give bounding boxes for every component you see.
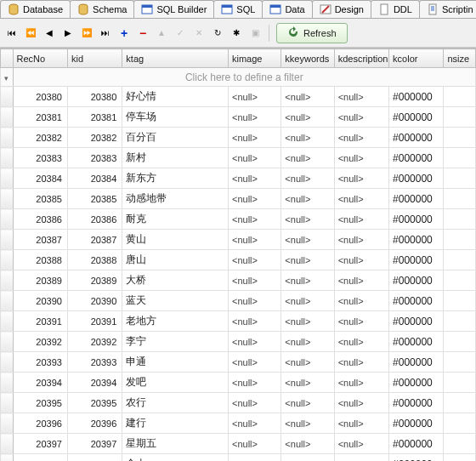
filter-placeholder[interactable]: Click here to define a filter: [13, 68, 475, 87]
cell-recno[interactable]: 20383: [13, 148, 67, 168]
cell-ktag[interactable]: 蓝天: [122, 291, 229, 311]
cell-ktag[interactable]: 百分百: [122, 128, 229, 148]
cell-ktag[interactable]: 新村: [122, 148, 229, 168]
refresh-button[interactable]: Refresh: [276, 23, 348, 43]
cell-ktag[interactable]: 唐山: [122, 250, 229, 270]
cell-kdescription[interactable]: <null>: [334, 332, 388, 352]
cell-kid[interactable]: 20387: [67, 230, 122, 250]
cell-kimage[interactable]: <null>: [229, 291, 281, 311]
table-row[interactable]: 2038920389大桥<null><null><null>#000000: [1, 270, 476, 291]
cell-nsize[interactable]: [444, 270, 476, 291]
cell-kcolor[interactable]: #000000: [389, 332, 444, 352]
cell-kkeywords[interactable]: <null>: [281, 434, 334, 454]
table-row[interactable]: 2039820398金山<null><null><null>#000000: [1, 454, 476, 462]
cell-kkeywords[interactable]: <null>: [281, 148, 334, 168]
cell-nsize[interactable]: [444, 168, 476, 189]
table-row[interactable]: 2039320393申通<null><null><null>#000000: [1, 352, 476, 373]
cell-kid[interactable]: 20390: [67, 291, 122, 311]
cell-recno[interactable]: 20391: [13, 311, 67, 332]
table-row[interactable]: 2038820388唐山<null><null><null>#000000: [1, 250, 476, 270]
cell-kid[interactable]: 20392: [67, 332, 122, 352]
tab-ddl[interactable]: DDL: [371, 0, 420, 18]
cell-kimage[interactable]: <null>: [229, 352, 281, 373]
cell-nsize[interactable]: [444, 291, 476, 311]
cell-kimage[interactable]: <null>: [229, 87, 281, 107]
cell-kdescription[interactable]: <null>: [334, 454, 388, 462]
cell-kimage[interactable]: <null>: [229, 332, 281, 352]
cell-kkeywords[interactable]: <null>: [281, 352, 334, 373]
cell-kid[interactable]: 20381: [67, 107, 122, 128]
cell-kid[interactable]: 20398: [67, 454, 122, 462]
cell-nsize[interactable]: [444, 209, 476, 230]
cell-nsize[interactable]: [444, 250, 476, 270]
table-row[interactable]: 2039120391老地方<null><null><null>#000000: [1, 311, 476, 332]
cell-kdescription[interactable]: <null>: [334, 87, 388, 107]
cell-nsize[interactable]: [444, 148, 476, 168]
cell-kkeywords[interactable]: <null>: [281, 270, 334, 291]
tab-database[interactable]: Database: [0, 0, 71, 18]
tab-sql[interactable]: SQL: [213, 0, 263, 18]
cell-kkeywords[interactable]: <null>: [281, 230, 334, 250]
cell-nsize[interactable]: [444, 311, 476, 332]
cell-kimage[interactable]: <null>: [229, 270, 281, 291]
cell-kdescription[interactable]: <null>: [334, 413, 388, 434]
cell-kimage[interactable]: <null>: [229, 413, 281, 434]
cell-ktag[interactable]: 停车场: [122, 107, 229, 128]
filter-row[interactable]: ▾ Click here to define a filter: [1, 68, 476, 87]
table-row[interactable]: 2039520395农行<null><null><null>#000000: [1, 393, 476, 413]
next-record-button[interactable]: ▶: [61, 26, 75, 40]
cell-nsize[interactable]: [444, 454, 476, 462]
cell-recno[interactable]: 20390: [13, 291, 67, 311]
prev-record-button[interactable]: ◀: [42, 26, 56, 40]
cell-kdescription[interactable]: <null>: [334, 107, 388, 128]
cell-ktag[interactable]: 申通: [122, 352, 229, 373]
cell-ktag[interactable]: 老地方: [122, 311, 229, 332]
cell-recno[interactable]: 20398: [13, 454, 67, 462]
header-kcolor[interactable]: kcolor: [389, 49, 444, 68]
header-kkeywords[interactable]: kkeywords: [281, 49, 334, 68]
cell-kcolor[interactable]: #000000: [389, 250, 444, 270]
cell-kid[interactable]: 20393: [67, 352, 122, 373]
edit-record-button[interactable]: ▲: [155, 26, 168, 40]
tab-design[interactable]: Design: [312, 0, 371, 18]
cell-kimage[interactable]: <null>: [229, 434, 281, 454]
header-kdescription[interactable]: kdescription: [334, 49, 388, 68]
cell-kcolor[interactable]: #000000: [389, 291, 444, 311]
cell-kkeywords[interactable]: <null>: [281, 332, 334, 352]
cell-recno[interactable]: 20389: [13, 270, 67, 291]
last-record-button[interactable]: ⏭: [99, 26, 112, 40]
cell-ktag[interactable]: 新东方: [122, 168, 229, 189]
first-record-button[interactable]: ⏮: [5, 26, 19, 40]
tab-scripting[interactable]: Scriptin: [419, 0, 476, 18]
cancel-button[interactable]: ✕: [192, 26, 206, 40]
cell-recno[interactable]: 20396: [13, 413, 67, 434]
cell-kdescription[interactable]: <null>: [334, 434, 388, 454]
table-row[interactable]: 2038120381停车场<null><null><null>#000000: [1, 107, 476, 128]
cell-kcolor[interactable]: #000000: [389, 209, 444, 230]
header-kid[interactable]: kid: [67, 49, 122, 68]
cell-nsize[interactable]: [444, 352, 476, 373]
cell-kkeywords[interactable]: <null>: [281, 209, 334, 230]
insert-record-button[interactable]: +: [117, 26, 131, 40]
cell-kimage[interactable]: <null>: [229, 311, 281, 332]
bookmark-button[interactable]: ✱: [230, 26, 243, 40]
data-grid[interactable]: RecNo kid ktag kimage kkeywords kdescrip…: [0, 48, 476, 461]
goto-bookmark-button[interactable]: ▣: [248, 26, 262, 40]
cell-kid[interactable]: 20396: [67, 413, 122, 434]
cell-kimage[interactable]: <null>: [229, 107, 281, 128]
cell-recno[interactable]: 20394: [13, 373, 67, 393]
cell-kcolor[interactable]: #000000: [389, 107, 444, 128]
cell-kdescription[interactable]: <null>: [334, 291, 388, 311]
cell-kkeywords[interactable]: <null>: [281, 107, 334, 128]
table-row[interactable]: 2038720387黄山<null><null><null>#000000: [1, 230, 476, 250]
cell-kkeywords[interactable]: <null>: [281, 393, 334, 413]
cell-kdescription[interactable]: <null>: [334, 250, 388, 270]
table-row[interactable]: 2039620396建行<null><null><null>#000000: [1, 413, 476, 434]
cell-kimage[interactable]: <null>: [229, 128, 281, 148]
cell-nsize[interactable]: [444, 373, 476, 393]
cell-kdescription[interactable]: <null>: [334, 393, 388, 413]
cell-ktag[interactable]: 金山: [122, 454, 229, 462]
table-row[interactable]: 2039020390蓝天<null><null><null>#000000: [1, 291, 476, 311]
cell-kimage[interactable]: <null>: [229, 454, 281, 462]
cell-nsize[interactable]: [444, 230, 476, 250]
